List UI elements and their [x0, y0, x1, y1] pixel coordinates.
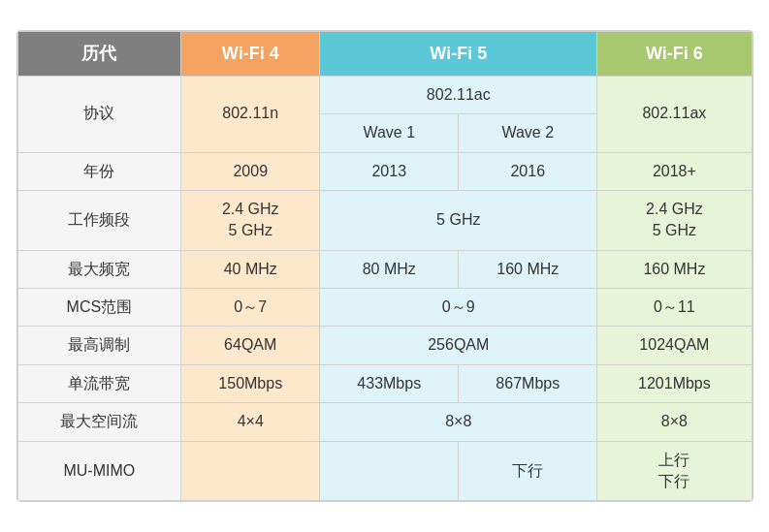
wifi5-wave1-stream-bw: 433Mbps [320, 364, 459, 402]
col-header-wifi6: Wi-Fi 6 [597, 31, 752, 76]
wifi4-spatial-streams: 4×4 [181, 403, 320, 441]
wifi4-mu-mimo [181, 441, 320, 501]
row-frequency: 工作频段 2.4 GHz 5 GHz 5 GHz 2.4 GHz 5 GHz [17, 190, 752, 250]
row-mu-mimo: MU-MIMO 下行 上行 下行 [17, 441, 752, 501]
wifi6-bandwidth: 160 MHz [597, 250, 752, 288]
label-year: 年份 [17, 152, 181, 190]
wifi4-year: 2009 [181, 152, 320, 190]
label-stream-bw: 单流带宽 [17, 364, 181, 402]
wifi6-year: 2018+ [597, 152, 752, 190]
wifi4-mcs: 0～7 [181, 289, 320, 327]
wifi5-modulation: 256QAM [320, 327, 597, 364]
wifi5-wave2-year: 2016 [459, 152, 597, 190]
col-header-label: 历代 [17, 31, 181, 76]
label-frequency: 工作频段 [17, 190, 181, 250]
wifi4-modulation: 64QAM [181, 327, 320, 364]
wifi6-stream-bw: 1201Mbps [597, 364, 752, 402]
wifi5-wave2-bandwidth: 160 MHz [459, 250, 597, 288]
comparison-table-wrapper: 历代 Wi-Fi 4 Wi-Fi 5 Wi-Fi 6 协议 802.11n 80… [16, 30, 753, 503]
wifi-comparison-table: 历代 Wi-Fi 4 Wi-Fi 5 Wi-Fi 6 协议 802.11n 80… [17, 31, 753, 502]
wifi5-wave2-label: Wave 2 [459, 114, 597, 152]
wifi6-mcs: 0～11 [597, 289, 752, 327]
wifi5-spatial-streams: 8×8 [320, 403, 597, 441]
wifi6-frequency: 2.4 GHz 5 GHz [597, 190, 752, 250]
label-spatial-streams: 最大空间流 [17, 403, 181, 441]
wifi6-spatial-streams: 8×8 [597, 403, 752, 441]
label-mcs: MCS范围 [17, 289, 181, 327]
label-modulation: 最高调制 [17, 327, 181, 364]
wifi5-protocol-ac: 802.11ac [320, 76, 597, 113]
row-bandwidth: 最大频宽 40 MHz 80 MHz 160 MHz 160 MHz [17, 250, 752, 288]
wifi5-wave2-mu-mimo: 下行 [459, 441, 597, 501]
row-modulation: 最高调制 64QAM 256QAM 1024QAM [17, 327, 752, 364]
row-mcs: MCS范围 0～7 0～9 0～11 [17, 289, 752, 327]
wifi6-protocol: 802.11ax [597, 76, 752, 152]
label-protocol: 协议 [17, 76, 181, 152]
label-mu-mimo: MU-MIMO [17, 441, 181, 501]
wifi5-wave2-stream-bw: 867Mbps [459, 364, 597, 402]
col-header-wifi4: Wi-Fi 4 [181, 31, 320, 76]
wifi5-wave1-label: Wave 1 [320, 114, 459, 152]
wifi5-wave1-mu-mimo [320, 441, 459, 501]
wifi6-modulation: 1024QAM [597, 327, 752, 364]
label-bandwidth: 最大频宽 [17, 250, 181, 288]
wifi5-wave1-bandwidth: 80 MHz [320, 250, 459, 288]
wifi6-mu-mimo: 上行 下行 [597, 441, 752, 501]
wifi4-bandwidth: 40 MHz [181, 250, 320, 288]
row-protocol: 协议 802.11n 802.11ac 802.11ax [17, 76, 752, 113]
row-stream-bw: 单流带宽 150Mbps 433Mbps 867Mbps 1201Mbps [17, 364, 752, 402]
row-year: 年份 2009 2013 2016 2018+ [17, 152, 752, 190]
wifi5-mcs: 0～9 [320, 289, 597, 327]
wifi4-protocol: 802.11n [181, 76, 320, 152]
wifi4-stream-bw: 150Mbps [181, 364, 320, 402]
wifi5-frequency: 5 GHz [320, 190, 597, 250]
col-header-wifi5: Wi-Fi 5 [320, 31, 597, 76]
row-spatial-streams: 最大空间流 4×4 8×8 8×8 [17, 403, 752, 441]
wifi4-frequency: 2.4 GHz 5 GHz [181, 190, 320, 250]
header-row: 历代 Wi-Fi 4 Wi-Fi 5 Wi-Fi 6 [17, 31, 752, 76]
wifi5-wave1-year: 2013 [320, 152, 459, 190]
